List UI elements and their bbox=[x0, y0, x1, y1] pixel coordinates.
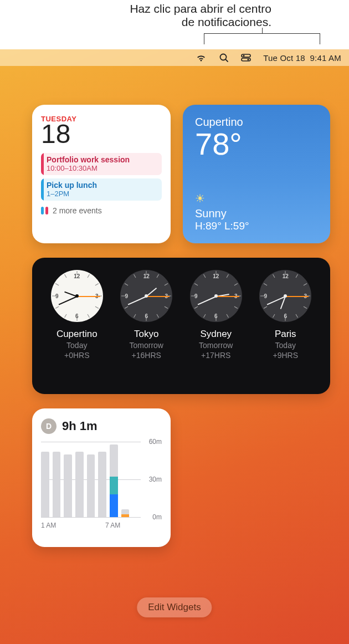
control-center-icon[interactable] bbox=[241, 54, 251, 62]
annotation-stem bbox=[262, 28, 263, 33]
clock-offset: +17HRS bbox=[183, 351, 249, 360]
clock-city: Cupertino bbox=[44, 329, 110, 340]
screen-time-chart: 0m30m60m1 AM7 AM bbox=[41, 442, 162, 529]
clock-offset: +16HRS bbox=[113, 351, 179, 360]
world-clock-item[interactable]: 12369ParisToday+9HRS bbox=[252, 270, 319, 360]
chart-bar bbox=[110, 444, 118, 517]
chart-bar bbox=[41, 452, 49, 517]
screen-time-total: 9h 1m bbox=[62, 419, 97, 433]
clock-city: Tokyo bbox=[113, 329, 179, 340]
clock-face-icon: 12369 bbox=[259, 270, 311, 322]
calendar-date-number: 18 bbox=[41, 121, 162, 147]
annotation-callout: Haz clic para abrir el centro de notific… bbox=[0, 0, 349, 49]
menubar: Tue Oct 18 9:41 AM bbox=[0, 49, 349, 66]
clock-day-label: Tomorrow bbox=[113, 341, 179, 350]
menubar-time: 9:41 AM bbox=[310, 53, 341, 63]
annotation-text: Haz clic para abrir el centro de notific… bbox=[72, 2, 271, 29]
clock-day-label: Today bbox=[252, 341, 319, 350]
clock-city: Paris bbox=[252, 329, 319, 340]
chart-x-tick: 7 AM bbox=[105, 522, 120, 529]
world-clock-item[interactable]: 12369CupertinoToday+0HRS bbox=[44, 270, 110, 360]
calendar-widget[interactable]: TUESDAY 18 Portfolio work session10:00–1… bbox=[32, 105, 171, 243]
clock-offset: +9HRS bbox=[252, 351, 319, 360]
chart-y-tick: 60m bbox=[149, 438, 162, 446]
clock-day-label: Tomorrow bbox=[183, 341, 249, 350]
svg-rect-4 bbox=[242, 58, 250, 61]
edit-widgets-button[interactable]: Edit Widgets bbox=[137, 597, 212, 617]
menubar-datetime[interactable]: Tue Oct 18 9:41 AM bbox=[263, 53, 341, 63]
svg-rect-2 bbox=[242, 54, 250, 57]
chart-bar bbox=[53, 452, 61, 517]
clock-face-icon: 12369 bbox=[190, 270, 242, 322]
calendar-events-list: Portfolio work session10:00–10:30AMPick … bbox=[41, 153, 162, 201]
sun-icon: ☀ bbox=[195, 192, 318, 205]
calendar-event[interactable]: Portfolio work session10:00–10:30AM bbox=[41, 153, 162, 175]
annotation-line1: Haz clic para abrir el centro bbox=[130, 2, 271, 15]
chart-x-tick: 1 AM bbox=[41, 522, 56, 529]
annotation-bracket bbox=[204, 33, 320, 44]
clock-city: Sydney bbox=[183, 329, 249, 340]
clock-face-icon: 12369 bbox=[120, 270, 172, 322]
calendar-more-label: 2 more events bbox=[53, 206, 102, 215]
spotlight-search-icon[interactable] bbox=[219, 53, 229, 63]
weather-temperature: 78° bbox=[195, 129, 318, 160]
calendar-event-title: Pick up lunch bbox=[47, 181, 157, 190]
desktop-area: Tue Oct 18 9:41 AM TUESDAY 18 Portfolio … bbox=[0, 49, 349, 644]
chart-bar bbox=[64, 454, 72, 517]
wifi-icon[interactable] bbox=[196, 54, 207, 62]
clock-day-label: Today bbox=[44, 341, 110, 350]
chart-bar bbox=[121, 509, 130, 517]
svg-point-3 bbox=[243, 55, 245, 57]
calendar-event-time: 10:00–10:30AM bbox=[47, 164, 157, 172]
chart-y-tick: 30m bbox=[149, 476, 162, 483]
annotation-line2: de notificaciones. bbox=[182, 16, 271, 28]
weather-range: H:89° L:59° bbox=[195, 220, 318, 232]
calendar-event-time: 1–2PM bbox=[47, 190, 157, 198]
screen-time-badge: D bbox=[41, 418, 57, 434]
clock-offset: +0HRS bbox=[44, 351, 110, 360]
weather-widget[interactable]: Cupertino 78° ☀ Sunny H:89° L:59° bbox=[183, 105, 330, 243]
calendar-event-title: Portfolio work session bbox=[47, 155, 157, 164]
calendar-more-dots-icon bbox=[41, 207, 48, 214]
world-clock-widget[interactable]: 12369CupertinoToday+0HRS12369TokyoTomorr… bbox=[32, 258, 330, 394]
chart-bar bbox=[75, 452, 84, 517]
menubar-date: Tue Oct 18 bbox=[263, 53, 305, 63]
screen-time-widget[interactable]: D 9h 1m 0m30m60m1 AM7 AM bbox=[32, 408, 171, 547]
calendar-event[interactable]: Pick up lunch1–2PM bbox=[41, 178, 162, 201]
weather-condition: Sunny bbox=[195, 207, 318, 220]
chart-bar bbox=[98, 452, 106, 517]
svg-point-5 bbox=[248, 59, 249, 60]
calendar-more-row[interactable]: 2 more events bbox=[41, 206, 162, 215]
clock-face-icon: 12369 bbox=[51, 270, 103, 322]
widgets-panel: TUESDAY 18 Portfolio work session10:00–1… bbox=[32, 105, 331, 547]
chart-bar bbox=[87, 454, 95, 517]
chart-y-tick: 0m bbox=[152, 513, 162, 521]
world-clock-item[interactable]: 12369SydneyTomorrow+17HRS bbox=[183, 270, 249, 360]
world-clock-item[interactable]: 12369TokyoTomorrow+16HRS bbox=[113, 270, 179, 360]
svg-line-1 bbox=[225, 59, 228, 62]
